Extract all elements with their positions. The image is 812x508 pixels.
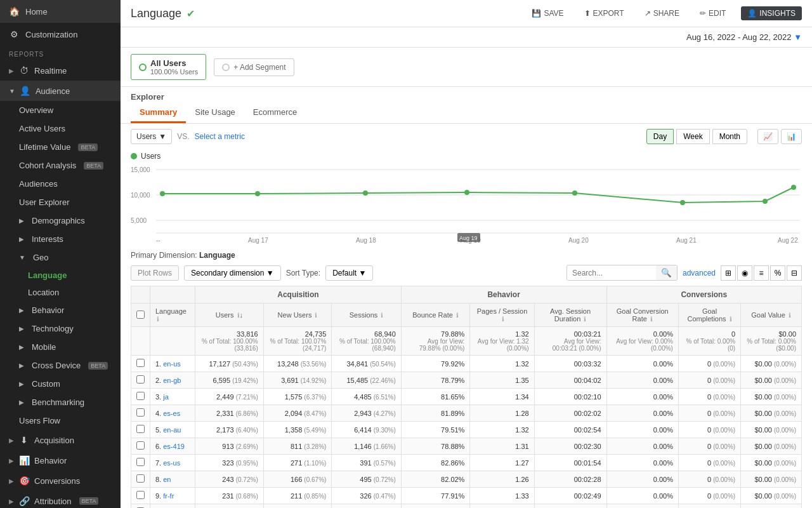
time-btn-month[interactable]: Month [712, 129, 747, 144]
language-link[interactable]: en-au [163, 426, 181, 434]
add-segment-button[interactable]: + Add Segment [214, 58, 294, 76]
sidebar-item-home[interactable]: 🏠 Home [0, 0, 121, 23]
row-checkbox-cell[interactable] [131, 471, 150, 488]
sidebar-item-conversions[interactable]: ▶ 🎯 Conversions [0, 471, 121, 491]
pages-session-header[interactable]: Pages / Session ℹ [470, 304, 534, 327]
sidebar-sub-demographics[interactable]: ▶Demographics [0, 211, 121, 230]
sidebar-sub-language[interactable]: Language [0, 267, 121, 284]
grid-view-btn[interactable]: ⊞ [721, 265, 736, 281]
row-avg-session-cell: 00:02:30 [534, 438, 606, 455]
search-input[interactable] [567, 266, 656, 280]
sidebar-sub-custom[interactable]: ▶Custom [0, 375, 121, 393]
sidebar-sub-user-explorer[interactable]: User Explorer [0, 193, 121, 211]
insights-button[interactable]: 👤 INSIGHTS [741, 6, 802, 20]
row-checkbox-cell[interactable] [131, 372, 150, 389]
sidebar-item-customization[interactable]: ⚙ Customization [0, 23, 121, 46]
time-btn-day[interactable]: Day [646, 129, 674, 144]
tab-summary[interactable]: Summary [131, 103, 186, 123]
edit-button[interactable]: ✏ EDIT [695, 6, 731, 20]
sidebar-sub-cross-device[interactable]: ▶Cross DeviceBETA [0, 356, 121, 375]
share-icon: ↗ [645, 9, 651, 18]
sidebar-sub-active-users[interactable]: Active Users [0, 119, 121, 138]
language-link[interactable]: es-es [163, 410, 180, 417]
row-checkbox-cell[interactable] [131, 422, 150, 438]
segment-chip-all-users[interactable]: All Users 100.00% Users [131, 54, 206, 80]
sidebar-sub-lifetime-value[interactable]: Lifetime ValueBETA [0, 138, 121, 156]
row-checkbox[interactable] [136, 474, 145, 483]
pivot-view-btn[interactable]: ⊟ [787, 265, 802, 281]
goal-value-header[interactable]: Goal Value ℹ [741, 304, 802, 327]
users-header[interactable]: Users ℹ↓ [195, 304, 264, 327]
plot-rows-button[interactable]: Plot Rows [131, 265, 179, 281]
sidebar-item-acquisition[interactable]: ▶ ⬇ Acquisition [0, 430, 121, 450]
sidebar-item-attribution[interactable]: ▶ 🔗 Attribution BETA [0, 491, 121, 508]
row-checkbox[interactable] [136, 408, 145, 417]
sidebar-sub-users-flow[interactable]: Users Flow [0, 411, 121, 430]
sidebar-sub-geo[interactable]: ▼Geo [0, 248, 121, 267]
language-link[interactable]: es-us [163, 459, 180, 467]
row-checkbox-cell[interactable] [131, 438, 150, 455]
select-metric-link[interactable]: Select a metric [195, 132, 245, 141]
sidebar-item-realtime[interactable]: ▶ ⏱ Realtime [0, 60, 121, 81]
sidebar-sub-interests[interactable]: ▶Interests [0, 230, 121, 248]
sort-type-button[interactable]: Default ▼ [325, 265, 373, 281]
row-goal-value-cell: $0.00 (0.00%) [741, 455, 802, 471]
sidebar-sub-mobile[interactable]: ▶Mobile [0, 338, 121, 356]
language-link[interactable]: en-us [163, 360, 181, 368]
row-checkbox[interactable] [136, 441, 145, 450]
sidebar-sub-benchmarking[interactable]: ▶Benchmarking [0, 393, 121, 411]
goal-conv-rate-header[interactable]: Goal Conversion Rate ℹ [606, 304, 678, 327]
row-checkbox[interactable] [136, 375, 145, 384]
row-checkbox-cell[interactable] [131, 405, 150, 422]
metric-select[interactable]: Users ▼ [131, 129, 172, 144]
row-checkbox-cell[interactable] [131, 504, 150, 509]
row-checkbox-cell[interactable] [131, 455, 150, 471]
bounce-rate-header[interactable]: Bounce Rate ℹ [401, 304, 470, 327]
row-checkbox-cell[interactable] [131, 356, 150, 372]
avg-session-header[interactable]: Avg. Session Duration ℹ [534, 304, 606, 327]
bar-chart-btn[interactable]: 📊 [781, 129, 802, 144]
date-range-chevron[interactable]: ▼ [794, 32, 802, 42]
advanced-link[interactable]: advanced [683, 269, 716, 277]
sidebar-item-behavior-top[interactable]: ▶ 📊 Behavior [0, 450, 121, 471]
tab-ecommerce[interactable]: Ecommerce [244, 103, 306, 123]
sidebar-sub-technology[interactable]: ▶Technology [0, 319, 121, 338]
row-checkbox[interactable] [136, 491, 145, 499]
pie-view-btn[interactable]: ◉ [737, 265, 752, 281]
sidebar-sub-overview[interactable]: Overview [0, 101, 121, 119]
select-all-checkbox[interactable] [131, 304, 150, 327]
sidebar-sub-behavior[interactable]: ▶Behavior [0, 301, 121, 319]
tab-site-usage[interactable]: Site Usage [186, 103, 244, 123]
sidebar-item-audience[interactable]: ▼ 👤 Audience [0, 81, 121, 101]
row-checkbox-cell[interactable] [131, 389, 150, 405]
row-checkbox[interactable] [136, 425, 145, 433]
row-checkbox[interactable] [136, 458, 145, 466]
sidebar-sub-audiences[interactable]: Audiences [0, 175, 121, 193]
list-view-btn[interactable]: ≡ [754, 265, 769, 281]
total-pages-sub: Avg for View: 1.32 (0.00%) [475, 338, 528, 352]
time-btn-week[interactable]: Week [676, 129, 709, 144]
export-button[interactable]: ⬆ EXPORT [579, 6, 629, 20]
secondary-dimension-button[interactable]: Secondary dimension ▼ [184, 265, 281, 281]
language-link[interactable]: es-419 [163, 443, 185, 450]
row-num-language-cell: 5. en-au [150, 422, 195, 438]
percent-view-btn[interactable]: % [770, 265, 785, 281]
language-header[interactable]: Language ℹ [150, 304, 195, 327]
language-link[interactable]: en [163, 476, 171, 483]
sidebar-sub-cohort[interactable]: Cohort AnalysisBETA [0, 156, 121, 175]
goal-completions-header[interactable]: Goal Completions ℹ [678, 304, 740, 327]
select-all-input[interactable] [136, 311, 145, 319]
row-checkbox[interactable] [136, 392, 145, 400]
share-button[interactable]: ↗ SHARE [639, 6, 684, 20]
search-button[interactable]: 🔍 [656, 265, 677, 280]
language-link[interactable]: en-gb [163, 377, 181, 384]
line-chart-btn[interactable]: 📈 [757, 129, 778, 144]
sidebar-sub-location[interactable]: Location [0, 284, 121, 301]
row-checkbox-cell[interactable] [131, 488, 150, 504]
new-users-header[interactable]: New Users ℹ [263, 304, 332, 327]
row-checkbox[interactable] [136, 359, 145, 367]
language-link[interactable]: fr-fr [163, 492, 174, 500]
language-link[interactable]: ja [163, 393, 169, 401]
sessions-header[interactable]: Sessions ℹ [332, 304, 401, 327]
save-button[interactable]: 💾 SAVE [527, 6, 568, 20]
